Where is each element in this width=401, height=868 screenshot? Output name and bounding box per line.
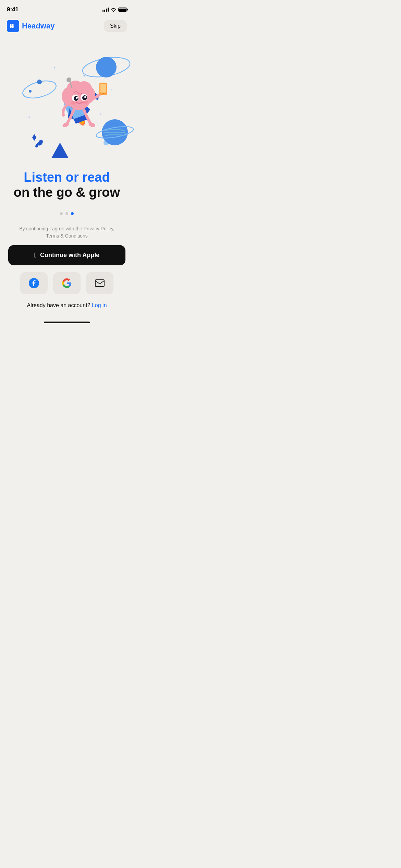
svg-point-33 — [76, 97, 78, 99]
hero-illustration: ✦ ✦ ✦ ✦ ✦ — [0, 36, 134, 167]
apple-button-label: Continue with Apple — [40, 252, 99, 259]
status-icons — [102, 8, 127, 12]
social-buttons — [8, 272, 125, 294]
svg-marker-13 — [32, 134, 36, 141]
legal-text: By continuing I agree with the Privacy P… — [8, 225, 125, 240]
facebook-icon — [29, 278, 39, 288]
svg-marker-20 — [51, 143, 69, 158]
svg-point-43 — [66, 77, 71, 82]
svg-point-4 — [37, 80, 42, 84]
dot-1 — [60, 212, 63, 215]
google-icon — [62, 278, 72, 288]
signal-icon — [102, 8, 109, 12]
google-button[interactable] — [53, 272, 81, 294]
legal-prefix: By continuing I agree with the — [19, 226, 82, 231]
privacy-policy-link[interactable]: Privacy Policy, — [84, 226, 114, 231]
login-prefix: Already have an account? — [27, 302, 90, 308]
home-indicator — [0, 319, 134, 325]
battery-icon — [118, 8, 127, 12]
logo: Headway — [7, 20, 54, 32]
wifi-icon — [111, 8, 116, 12]
skip-button[interactable]: Skip — [104, 20, 127, 32]
dot-3 — [71, 212, 74, 215]
headline-blue: Listen or read — [10, 170, 123, 185]
continue-with-apple-button[interactable]:  Continue with Apple — [8, 245, 125, 265]
facebook-button[interactable] — [20, 272, 48, 294]
header: Headway Skip — [0, 17, 134, 36]
svg-rect-45 — [95, 280, 104, 287]
bottom-section: By continuing I agree with the Privacy P… — [0, 225, 134, 319]
svg-point-7 — [96, 57, 117, 77]
email-button[interactable] — [86, 272, 113, 294]
svg-text:✦: ✦ — [99, 113, 102, 116]
svg-text:✦: ✦ — [27, 115, 31, 120]
apple-logo-icon:  — [34, 251, 37, 259]
login-text: Already have an account? Log in — [8, 302, 125, 309]
logo-text: Headway — [22, 22, 54, 31]
email-icon — [95, 279, 105, 287]
svg-point-39 — [102, 93, 104, 94]
svg-point-34 — [84, 96, 86, 98]
svg-point-35 — [71, 101, 76, 105]
hero-text: Listen or read on the go & grow — [0, 167, 134, 207]
svg-rect-2 — [10, 26, 14, 27]
status-time: 9:41 — [7, 6, 19, 13]
headline-black: on the go & grow — [10, 185, 123, 200]
page-dots — [0, 212, 134, 215]
svg-point-5 — [29, 90, 32, 93]
home-bar — [44, 322, 90, 323]
terms-conditions-link[interactable]: Terms & Conditions — [46, 233, 87, 239]
svg-point-36 — [82, 100, 88, 104]
login-link[interactable]: Log in — [92, 302, 107, 308]
svg-text:✦: ✦ — [53, 66, 56, 70]
logo-icon — [7, 20, 19, 32]
svg-text:✦: ✦ — [110, 88, 112, 92]
status-bar: 9:41 — [0, 0, 134, 17]
svg-text:✦: ✦ — [82, 73, 86, 79]
dot-2 — [65, 212, 68, 215]
svg-rect-38 — [100, 84, 106, 93]
